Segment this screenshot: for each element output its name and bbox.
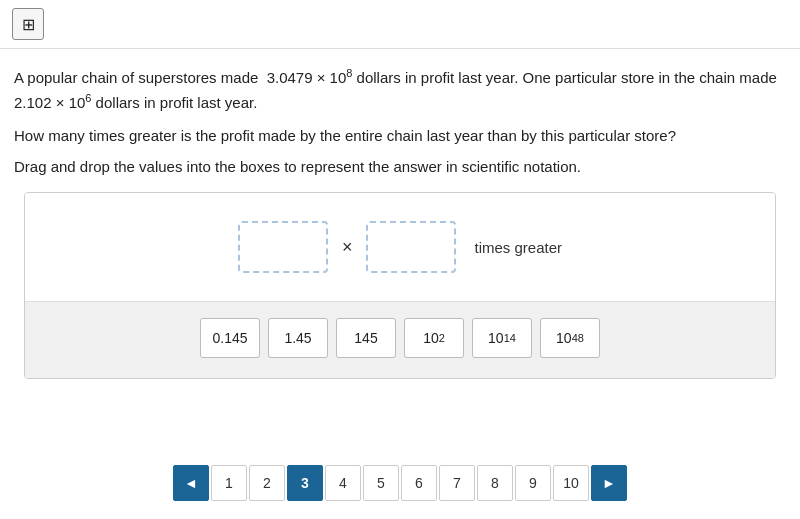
drop-box-right[interactable] bbox=[366, 221, 456, 273]
page-4[interactable]: 4 bbox=[325, 465, 361, 501]
top-bar: ⊞ bbox=[0, 0, 800, 49]
page-5[interactable]: 5 bbox=[363, 465, 399, 501]
problem-text: A popular chain of superstores made 3.04… bbox=[14, 65, 786, 115]
option-1-45[interactable]: 1.45 bbox=[268, 318, 328, 358]
calculator-icon[interactable]: ⊞ bbox=[12, 8, 44, 40]
option-145[interactable]: 145 bbox=[336, 318, 396, 358]
page-10[interactable]: 10 bbox=[553, 465, 589, 501]
drop-zone-row: × times greater bbox=[25, 193, 775, 301]
prev-button[interactable]: ◄ bbox=[173, 465, 209, 501]
page-7[interactable]: 7 bbox=[439, 465, 475, 501]
option-10-2[interactable]: 102 bbox=[404, 318, 464, 358]
next-button[interactable]: ► bbox=[591, 465, 627, 501]
page-8[interactable]: 8 bbox=[477, 465, 513, 501]
option-0-145[interactable]: 0.145 bbox=[200, 318, 260, 358]
option-10-14[interactable]: 1014 bbox=[472, 318, 532, 358]
times-greater-label: times greater bbox=[474, 239, 562, 256]
content-area: A popular chain of superstores made 3.04… bbox=[0, 49, 800, 379]
drop-box-left[interactable] bbox=[238, 221, 328, 273]
page-6[interactable]: 6 bbox=[401, 465, 437, 501]
options-row: 0.145 1.45 145 102 1014 1048 bbox=[25, 301, 775, 378]
pagination-bar: ◄ 1 2 3 4 5 6 7 8 9 10 ► bbox=[0, 465, 800, 501]
option-10-48[interactable]: 1048 bbox=[540, 318, 600, 358]
page-2[interactable]: 2 bbox=[249, 465, 285, 501]
page-9[interactable]: 9 bbox=[515, 465, 551, 501]
page-3[interactable]: 3 bbox=[287, 465, 323, 501]
times-symbol: × bbox=[338, 237, 357, 258]
instruction-text: Drag and drop the values into the boxes … bbox=[14, 156, 786, 179]
drag-area: × times greater 0.145 1.45 145 102 1014 … bbox=[24, 192, 776, 379]
page-1[interactable]: 1 bbox=[211, 465, 247, 501]
question-text: How many times greater is the profit mad… bbox=[14, 125, 786, 148]
